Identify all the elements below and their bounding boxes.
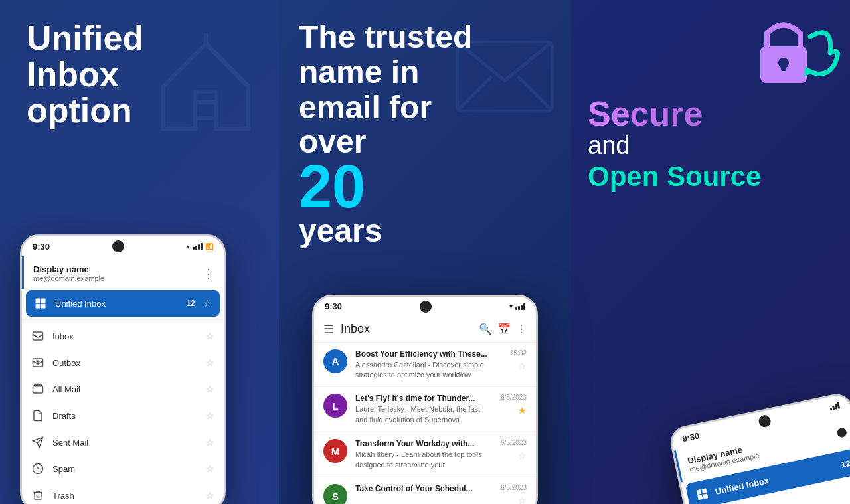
watermark: Landian.News [803,491,845,499]
right-panel-title: Secure and Open Source [588,96,761,192]
signal-bar-4 [201,243,203,250]
email-subject: Let's Fly! It's time for Thunder... [355,394,493,403]
outbox-label: Outbox [52,358,198,368]
email-item[interactable]: LLet's Fly! It's time for Thunder...Laur… [314,387,536,432]
phone-time-left: 9:30 [33,242,50,252]
drafts-icon [31,409,44,422]
and-text: and [588,131,761,161]
drawer-account: Display name me@domain.example ⋮ [22,256,224,289]
panel-left: Unified Inbox option 9:30 ▾ 📶 [0,0,279,504]
inbox-badge: 3 [193,331,198,341]
calendar-icon[interactable]: 📅 [497,323,511,335]
drawer-item-all-mail[interactable]: All Mail☆ [22,376,224,402]
email-star[interactable]: ☆ [518,495,527,504]
email-meta: 6/5/2023☆ [501,439,527,461]
email-time: 6/5/2023 [501,484,527,491]
drawer-account-info: Display name me@domain.example [33,264,203,282]
phone-notch-left [112,240,124,252]
svg-rect-5 [33,332,43,340]
inbox-title: Inbox [341,322,472,336]
email-preview: Micah Ilbery - Learn about the top tools… [355,450,493,470]
email-avatar: M [323,439,347,463]
drawer-item-outbox[interactable]: Outbox☆ [22,349,224,376]
email-content: Take Control of Your Schedul... [355,484,493,495]
sent-mail-star[interactable]: ☆ [206,437,214,448]
email-item[interactable]: ABoost Your Efficiency with These...Ales… [314,343,536,388]
email-preview: Laurel Terlesky - Meet Nebula, the fast … [355,404,493,425]
drawer-item-spam[interactable]: Spam☆ [22,456,224,482]
panel-right: Secure and Open Source 9:30 [571,0,850,504]
unified-inbox-star[interactable]: ☆ [203,298,212,309]
drawer-item-unified-inbox[interactable]: Unified Inbox12☆ [26,290,220,317]
svg-rect-9 [35,384,41,386]
spam-icon [31,462,44,475]
panel-middle: The trusted name in email for over 20 ye… [279,0,571,504]
svg-rect-20 [697,489,702,495]
inbox-app-bar: ☰ Inbox 🔍 📅 ⋮ [314,317,536,343]
phone-mockup-middle: 9:30 ▾ ☰ Inbox 🔍 📅 [312,295,538,504]
email-avatar: S [323,484,347,504]
sent-mail-label: Sent Mail [52,438,198,448]
middle-panel-title: The trusted name in email for over 20 ye… [299,20,551,249]
panels-container: Unified Inbox option 9:30 ▾ 📶 [0,0,850,504]
drawer-item-inbox[interactable]: Inbox3☆ [22,323,224,349]
trash-label: Trash [52,491,198,501]
years-number: 20 [299,160,551,214]
email-avatar: L [323,394,347,418]
menu-icon[interactable]: ☰ [323,322,334,337]
inbox-actions: 🔍 📅 ⋮ [479,323,527,335]
trash-star[interactable]: ☆ [206,490,214,501]
inbox-icon [31,329,44,343]
email-content: Let's Fly! It's time for Thunder...Laure… [355,394,493,425]
email-item[interactable]: MTransform Your Workday with...Micah Ilb… [314,432,536,477]
drawer-item-drafts[interactable]: Drafts☆ [22,402,224,429]
email-time: 15:32 [510,349,527,357]
email-content: Boost Your Efficiency with These...Aless… [355,349,502,380]
svg-rect-21 [702,488,707,493]
all-mail-star[interactable]: ☆ [206,384,214,394]
secure-text: Secure [588,94,703,133]
email-item[interactable]: STake Control of Your Schedul...6/5/2023… [314,477,536,504]
signal-bars-left [193,243,203,250]
signal-bar-3 [198,244,200,250]
more-options-icon[interactable]: ⋮ [516,323,527,335]
unified-inbox-label: Unified Inbox [55,299,179,309]
lock-icon-container [747,10,840,99]
email-subject: Transform Your Workday with... [355,439,493,448]
drawer-item-trash[interactable]: Trash☆ [22,482,224,504]
wifi-icon-left: 📶 [205,243,213,250]
email-star[interactable]: ★ [518,405,527,416]
unified-inbox-badge-right: 12 [840,458,850,469]
email-subject: Boost Your Efficiency with These... [355,349,502,359]
unified-inbox-badge: 12 [187,299,195,308]
unified-inbox-icon [34,297,47,310]
email-meta: 15:32☆ [510,349,527,371]
outbox-star[interactable]: ☆ [206,357,214,368]
email-content: Transform Your Workday with...Micah Ilbe… [355,439,493,470]
phone-icons-right [829,402,840,410]
spam-star[interactable]: ☆ [206,463,214,474]
svg-rect-3 [36,304,41,309]
svg-rect-1 [36,299,41,303]
drafts-label: Drafts [52,411,198,421]
email-star[interactable]: ☆ [518,361,527,371]
email-time: 6/5/2023 [501,394,527,401]
all-mail-icon [31,382,44,396]
email-star[interactable]: ☆ [518,450,527,461]
drawer-more-button[interactable]: ⋮ [203,266,214,281]
outbox-icon [31,356,44,369]
sent-mail-icon [31,436,44,449]
search-icon[interactable]: 🔍 [479,323,492,335]
drawer-item-sent-mail[interactable]: Sent Mail☆ [22,429,224,456]
phone-time-right: 9:30 [681,430,701,444]
open-source-text: Open Source [588,161,761,192]
inbox-star[interactable]: ☆ [206,331,214,341]
drafts-star[interactable]: ☆ [206,410,214,421]
drawer-divider [22,319,224,320]
svg-rect-22 [697,495,703,500]
unified-inbox-icon-right [695,486,711,502]
phone-notch-middle [420,301,432,313]
email-time: 6/5/2023 [501,439,527,446]
inbox-label: Inbox [52,331,185,341]
phone-drawer-left: Display name me@domain.example ⋮ Unified… [22,256,224,504]
